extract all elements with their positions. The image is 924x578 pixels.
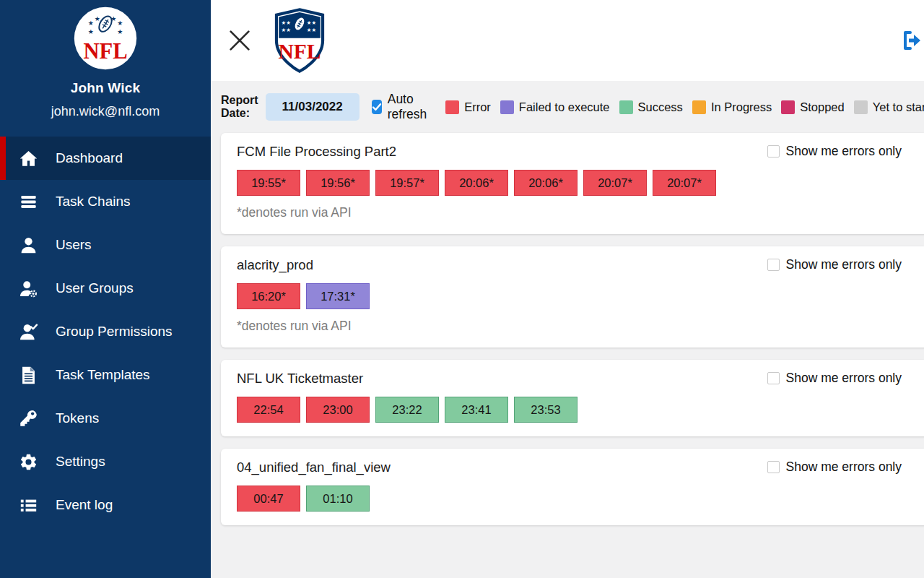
user-gear-icon xyxy=(19,279,38,298)
run-chip-error[interactable]: 16:20* xyxy=(237,283,300,309)
task-card: 04_unified_fan_final_view Show me errors… xyxy=(221,449,924,525)
event-log-icon xyxy=(19,496,38,515)
legend-item-in-progress: In Progress xyxy=(692,100,772,114)
legend-label: In Progress xyxy=(711,100,772,114)
run-chip-error[interactable]: 20:06* xyxy=(514,170,578,196)
legend-item-failed-to-execute: Failed to execute xyxy=(500,100,610,114)
close-icon[interactable] xyxy=(227,27,253,53)
svg-text:★★: ★★ xyxy=(282,20,292,26)
run-chip-success[interactable]: 01:10 xyxy=(306,486,370,512)
legend-swatch xyxy=(619,100,633,114)
run-chip-error[interactable]: 19:55* xyxy=(237,170,300,196)
sidebar-item-settings[interactable]: Settings xyxy=(0,440,211,483)
auto-refresh-toggle[interactable]: Auto refresh xyxy=(372,92,431,122)
menu-icon xyxy=(19,192,38,212)
card-header: FCM File Processing Part2 Show me errors… xyxy=(237,144,913,160)
sidebar-item-label: Task Templates xyxy=(56,367,150,383)
legend-item-yet-to-start: Yet to start xyxy=(854,100,924,114)
card-header: 04_unified_fan_final_view Show me errors… xyxy=(237,460,913,475)
sidebar-item-label: Group Permissions xyxy=(56,324,173,340)
sidebar-item-label: User Groups xyxy=(56,280,134,296)
user-icon xyxy=(19,236,38,255)
report-toolbar: Report Date: 11/03/2022 Auto refresh Err… xyxy=(221,81,924,133)
errors-only-checkbox[interactable] xyxy=(767,461,780,473)
legend-swatch xyxy=(445,100,459,114)
run-chip-error[interactable]: 20:07* xyxy=(653,170,716,196)
auto-refresh-checkbox[interactable] xyxy=(372,100,382,114)
errors-only-toggle[interactable]: Show me errors only xyxy=(767,371,902,386)
card-title: FCM File Processing Part2 xyxy=(237,144,396,160)
report-date-input[interactable]: 11/03/2022 xyxy=(266,93,359,121)
home-icon xyxy=(19,149,38,168)
sidebar-item-label: Tokens xyxy=(56,410,99,426)
sidebar-item-label: Dashboard xyxy=(56,150,123,166)
run-chip-error[interactable]: 19:57* xyxy=(375,170,439,196)
sidebar-item-task-templates[interactable]: Task Templates xyxy=(0,353,211,397)
run-chip-success[interactable]: 23:41 xyxy=(445,397,508,423)
run-chip-error[interactable]: 19:56* xyxy=(306,170,370,196)
sidebar-item-group-permissions[interactable]: Group Permissions xyxy=(0,310,211,353)
legend-item-error: Error xyxy=(445,100,491,114)
sidebar-item-event-log[interactable]: Event log xyxy=(0,483,211,527)
topbar: ★★ ★★ ★★ ★★ NFL xyxy=(211,0,924,81)
task-card: FCM File Processing Part2 Show me errors… xyxy=(221,133,924,234)
run-chip-success[interactable]: 23:53 xyxy=(514,397,578,423)
legend-label: Error xyxy=(464,100,491,114)
task-card: alacrity_prod Show me errors only 16:20*… xyxy=(221,246,924,348)
sidebar-item-task-chains[interactable]: Task Chains xyxy=(0,180,211,223)
logout-icon[interactable] xyxy=(900,29,923,52)
sidebar-item-user-groups[interactable]: User Groups xyxy=(0,267,211,310)
errors-only-toggle[interactable]: Show me errors only xyxy=(767,257,902,272)
errors-only-label: Show me errors only xyxy=(786,371,902,386)
card-header: NFL UK Ticketmaster Show me errors only xyxy=(237,371,913,387)
user-name: John Wick xyxy=(0,80,211,96)
sidebar-item-users[interactable]: Users xyxy=(0,223,211,267)
sidebar-item-dashboard[interactable]: Dashboard xyxy=(0,137,211,180)
errors-only-checkbox[interactable] xyxy=(767,372,780,384)
run-chips: 16:20*17:31* xyxy=(237,283,913,309)
errors-only-checkbox[interactable] xyxy=(767,259,780,271)
legend-swatch xyxy=(854,100,868,114)
svg-text:★: ★ xyxy=(88,28,94,35)
legend-label: Stopped xyxy=(800,100,844,114)
errors-only-toggle[interactable]: Show me errors only xyxy=(767,144,902,159)
run-chip-error[interactable]: 20:06* xyxy=(445,170,508,196)
legend-label: Success xyxy=(638,100,683,114)
sidebar-item-tokens[interactable]: Tokens xyxy=(0,397,211,440)
task-card: NFL UK Ticketmaster Show me errors only … xyxy=(221,360,924,436)
svg-text:★★: ★★ xyxy=(307,27,317,33)
svg-text:NFL: NFL xyxy=(278,40,321,63)
nfl-shield-logo-icon: ★★ ★★ ★★ ★★ NFL xyxy=(273,7,326,74)
sidebar: ★ ★ ★ ★ ★ ★ NFL John Wick xyxy=(0,0,211,578)
report-date-label: Report Date: xyxy=(221,94,258,120)
run-chip-failed[interactable]: 17:31* xyxy=(306,283,370,309)
run-chips: 19:55*19:56*19:57*20:06*20:06*20:07*20:0… xyxy=(237,170,913,196)
legend-swatch xyxy=(781,100,795,114)
errors-only-label: Show me errors only xyxy=(786,144,902,159)
key-icon xyxy=(19,409,38,428)
run-chip-success[interactable]: 23:22 xyxy=(375,397,439,423)
run-chips: 22:5423:0023:2223:4123:53 xyxy=(237,397,913,423)
legend-label: Failed to execute xyxy=(519,100,610,114)
sidebar-item-label: Event log xyxy=(56,497,113,513)
legend-swatch xyxy=(692,100,706,114)
nfl-logo-circle-icon: ★ ★ ★ ★ ★ ★ NFL xyxy=(73,6,138,71)
run-chip-error[interactable]: 22:54 xyxy=(237,397,300,423)
run-chip-error[interactable]: 00:47 xyxy=(237,486,300,512)
sidebar-item-label: Settings xyxy=(56,454,105,470)
main-area: ★★ ★★ ★★ ★★ NFL xyxy=(211,0,924,578)
card-header: alacrity_prod Show me errors only xyxy=(237,257,913,273)
errors-only-checkbox[interactable] xyxy=(767,145,780,158)
svg-text:★★: ★★ xyxy=(307,20,317,26)
cards-list: FCM File Processing Part2 Show me errors… xyxy=(221,133,924,525)
user-profile: ★ ★ ★ ★ ★ ★ NFL John Wick xyxy=(0,0,211,119)
svg-text:★: ★ xyxy=(88,20,94,27)
svg-text:★★: ★★ xyxy=(282,27,292,33)
document-icon xyxy=(19,366,38,385)
run-chip-error[interactable]: 20:07* xyxy=(583,170,647,196)
user-email: john.wick@nfl.com xyxy=(0,104,211,119)
app-root: ★ ★ ★ ★ ★ ★ NFL John Wick xyxy=(0,0,924,578)
run-chip-error[interactable]: 23:00 xyxy=(306,397,370,423)
errors-only-toggle[interactable]: Show me errors only xyxy=(767,460,902,475)
api-footnote: *denotes run via API xyxy=(237,319,913,334)
